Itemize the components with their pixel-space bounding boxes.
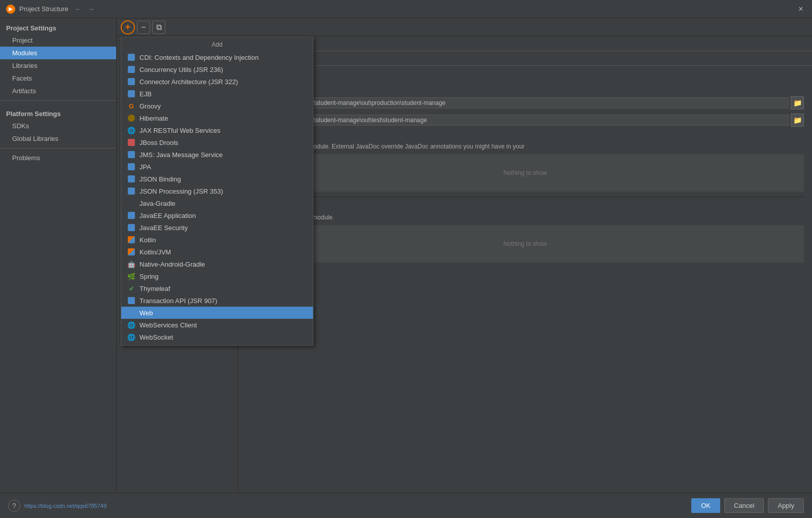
sidebar-item-artifacts-label: Artifacts xyxy=(12,87,36,95)
item-label-json-binding: JSON Binding xyxy=(139,175,181,183)
dropdown-item-thymeleaf[interactable]: ✔ Thymeleaf xyxy=(121,282,313,294)
project-structure-dialog: ▶ Project Structure ← → × Project Settin… xyxy=(0,0,812,518)
forward-arrow[interactable]: → xyxy=(86,4,97,14)
item-label-concurrency: Concurrency Utils (JSR 236) xyxy=(139,66,223,73)
dropdown-scroll: CDI: Contexts and Dependency Injection C… xyxy=(121,51,313,343)
manage-title: student-manage xyxy=(246,41,804,49)
item-icon-web xyxy=(127,309,135,317)
sidebar-item-project[interactable]: Project xyxy=(0,34,116,47)
sidebar-divider-1 xyxy=(0,100,116,101)
title-bar-left: ▶ Project Structure ← → xyxy=(6,4,97,14)
back-arrow[interactable]: ← xyxy=(73,4,84,14)
sidebar-item-facets[interactable]: Facets xyxy=(0,72,116,85)
dropdown-item-jpa[interactable]: JPA xyxy=(121,161,313,173)
sidebar-item-sdks-label: SDKs xyxy=(12,122,29,130)
dropdown-item-json-processing[interactable]: JSON Processing (JSR 353) xyxy=(121,185,313,197)
item-icon-jms xyxy=(127,151,135,159)
dropdown-item-jboss[interactable]: JBoss Drools xyxy=(121,136,313,149)
dialog-title: Project Structure xyxy=(19,5,68,13)
right-content: ct compile output path compile output pa… xyxy=(238,66,812,493)
annotations-text: otations attached to this module. xyxy=(246,214,804,221)
sidebar-item-libraries-label: Libraries xyxy=(12,62,38,69)
item-label-thymeleaf: Thymeleaf xyxy=(139,285,170,292)
sidebar-divider-2 xyxy=(0,148,116,149)
item-icon-concurrency xyxy=(127,65,135,73)
dropdown-item-websocket[interactable]: 🌐 WebSocket xyxy=(121,331,313,343)
bottom-toolbar-1: + − xyxy=(246,197,804,214)
dropdown-item-native-android[interactable]: 🤖 Native-Android-Gradle xyxy=(121,258,313,270)
dropdown-item-transaction[interactable]: Transaction API (JSR 907) xyxy=(121,294,313,307)
item-label-jboss: JBoss Drools xyxy=(139,139,179,146)
dropdown-item-groovy[interactable]: G Groovy xyxy=(121,100,313,112)
sidebar-item-sdks[interactable]: SDKs xyxy=(0,120,116,132)
dropdown-item-java-gradle[interactable]: Java-Gradle xyxy=(121,197,313,209)
item-icon-webservices: 🌐 xyxy=(127,321,135,329)
item-label-json-processing: JSON Processing (JSR 353) xyxy=(139,188,223,195)
sidebar-item-modules[interactable]: Modules xyxy=(0,47,116,59)
nothing-to-show-2: Nothing to show xyxy=(246,225,804,263)
nav-arrows: ← → xyxy=(73,4,97,14)
toolbar-row: + − ⧉ xyxy=(117,18,812,36)
item-icon-json-binding xyxy=(127,175,135,183)
dropdown-item-web[interactable]: Web xyxy=(121,307,313,319)
sidebar-item-project-label: Project xyxy=(12,36,32,44)
test-path-input[interactable] xyxy=(272,115,789,126)
item-label-cdi: CDI: Contexts and Dependency Injection xyxy=(139,54,259,61)
test-compile-row: compile output path xyxy=(246,84,804,91)
ok-button[interactable]: OK xyxy=(691,498,720,513)
item-icon-connector xyxy=(127,78,135,86)
sidebar-item-problems[interactable]: Problems xyxy=(0,152,116,164)
item-icon-javaee-app xyxy=(127,211,135,219)
item-label-native-android: Native-Android-Gradle xyxy=(139,261,205,268)
remove-button[interactable]: − xyxy=(137,21,150,34)
sidebar-item-global-libraries[interactable]: Global Libraries xyxy=(0,132,116,145)
item-icon-transaction xyxy=(127,297,135,305)
add-dropdown: Add CDI: Contexts and Dependency Injecti… xyxy=(121,36,313,346)
dropdown-item-spring[interactable]: 🌿 Spring xyxy=(121,270,313,282)
item-icon-kotlin-jvm xyxy=(127,248,135,256)
dialog-footer: ? https://blog.csdn.net/qqs6785749 OK Ca… xyxy=(0,493,812,518)
production-path-row: ath: 📁 xyxy=(246,96,804,109)
cancel-button[interactable]: Cancel xyxy=(724,498,764,513)
item-label-web: Web xyxy=(139,309,153,317)
item-icon-hibernate xyxy=(127,114,135,122)
copy-button[interactable]: ⧉ xyxy=(152,21,165,34)
dropdown-item-webservices[interactable]: 🌐 WebServices Client xyxy=(121,319,313,331)
dropdown-item-json-binding[interactable]: JSON Binding xyxy=(121,173,313,185)
platform-settings-label: Platform Settings xyxy=(0,104,116,120)
dropdown-item-kotlin-jvm[interactable]: Kotlin/JVM xyxy=(121,246,313,258)
dropdown-item-javaee-security[interactable]: JavaEE Security xyxy=(121,221,313,234)
dropdown-item-jms[interactable]: JMS: Java Message Service xyxy=(121,149,313,161)
sidebar-item-global-libraries-label: Global Libraries xyxy=(12,135,58,142)
sidebar-item-artifacts[interactable]: Artifacts xyxy=(0,85,116,97)
add-button[interactable]: + xyxy=(121,20,135,34)
dropdown-item-connector[interactable]: Connector Architecture (JSR 322) xyxy=(121,76,313,88)
test-path-row: ath: 📁 xyxy=(246,114,804,127)
item-label-kotlin-jvm: Kotlin/JVM xyxy=(139,248,171,256)
dropdown-item-ejb[interactable]: EJB xyxy=(121,88,313,100)
nothing-to-show-1: Nothing to show xyxy=(246,154,804,192)
item-label-javaee-app: JavaEE Application xyxy=(139,212,196,219)
dropdown-item-javaee-app[interactable]: JavaEE Application xyxy=(121,209,313,221)
item-icon-javaee-security xyxy=(127,224,135,232)
close-button[interactable]: × xyxy=(796,4,806,14)
dropdown-item-concurrency[interactable]: Concurrency Utils (JSR 236) xyxy=(121,63,313,76)
dropdown-item-hibernate[interactable]: Hibernate xyxy=(121,112,313,124)
dropdown-item-cdi[interactable]: CDI: Contexts and Dependency Injection xyxy=(121,51,313,63)
dropdown-item-kotlin[interactable]: Kotlin xyxy=(121,234,313,246)
dropdown-item-jax[interactable]: 🌐 JAX RESTful Web Services xyxy=(121,124,313,136)
item-label-groovy: Groovy xyxy=(139,102,161,110)
footer-help: ? https://blog.csdn.net/qqs6785749 xyxy=(8,500,687,512)
item-icon-spring: 🌿 xyxy=(127,272,135,280)
item-label-websocket: WebSocket xyxy=(139,334,173,341)
project-settings-label: Project Settings xyxy=(0,18,116,34)
production-path-input[interactable] xyxy=(272,97,789,108)
item-icon-cdi xyxy=(127,53,135,61)
compile-output-row: ct compile output path xyxy=(246,72,804,79)
apply-button[interactable]: Apply xyxy=(768,498,804,513)
help-button[interactable]: ? xyxy=(8,500,20,512)
sidebar-item-libraries[interactable]: Libraries xyxy=(0,59,116,72)
browse-test-button[interactable]: 📁 xyxy=(791,114,804,127)
item-icon-jpa xyxy=(127,163,135,171)
browse-production-button[interactable]: 📁 xyxy=(791,96,804,109)
